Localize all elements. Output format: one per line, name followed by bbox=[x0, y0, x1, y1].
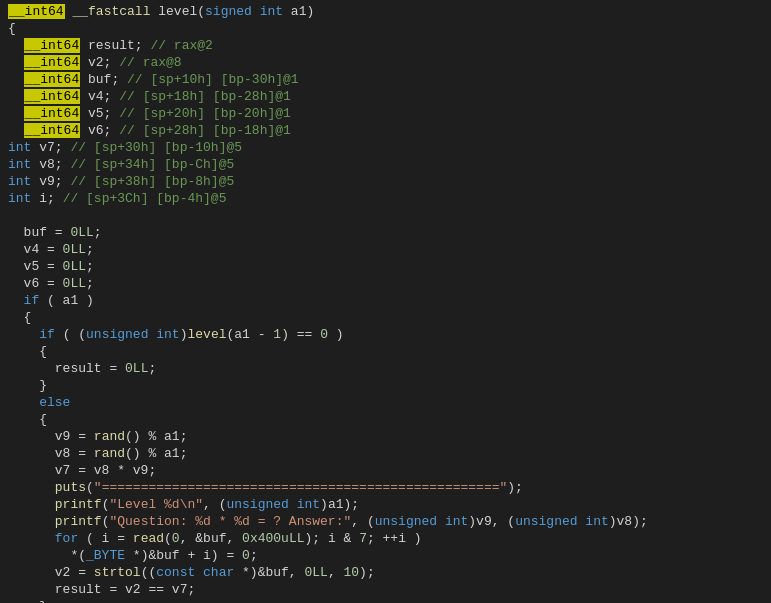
line-puts: puts("==================================… bbox=[0, 480, 771, 497]
int64-keyword: __int64 bbox=[8, 4, 65, 19]
int64-result: __int64 bbox=[24, 38, 81, 53]
line-var-v9: int v9; // [sp+38h] [bp-8h]@5 bbox=[0, 174, 771, 191]
line-brace-close4: } bbox=[0, 599, 771, 603]
line-byte-assign: *(_BYTE *)&buf + i) = 0; bbox=[0, 548, 771, 565]
line-if-unsigned: if ( (unsigned int)level(a1 - 1) == 0 ) bbox=[0, 327, 771, 344]
int64-v6: __int64 bbox=[24, 123, 81, 138]
line-brace-close3: } bbox=[0, 378, 771, 395]
line-var-buf: __int64 buf; // [sp+10h] [bp-30h]@1 bbox=[0, 72, 771, 89]
line-var-v2: __int64 v2; // rax@8 bbox=[0, 55, 771, 72]
line-else: else bbox=[0, 395, 771, 412]
int64-v5: __int64 bbox=[24, 106, 81, 121]
line-printf-level: printf("Level %d\n", (unsigned int)a1); bbox=[0, 497, 771, 514]
line-var-v8: int v8; // [sp+34h] [bp-Ch]@5 bbox=[0, 157, 771, 174]
line-v2-strtol: v2 = strtol((const char *)&buf, 0LL, 10)… bbox=[0, 565, 771, 582]
line-v6-assign: v6 = 0LL; bbox=[0, 276, 771, 293]
line-brace-open3: { bbox=[0, 344, 771, 361]
int64-buf: __int64 bbox=[24, 72, 81, 87]
line-var-i: int i; // [sp+3Ch] [bp-4h]@5 bbox=[0, 191, 771, 208]
line-blank-1 bbox=[0, 208, 771, 225]
int64-v4: __int64 bbox=[24, 89, 81, 104]
line-brace-open2: { bbox=[0, 310, 771, 327]
line-var-v6: __int64 v6; // [sp+28h] [bp-18h]@1 bbox=[0, 123, 771, 140]
int64-v2: __int64 bbox=[24, 55, 81, 70]
line-v5-assign: v5 = 0LL; bbox=[0, 259, 771, 276]
line-v4-assign: v4 = 0LL; bbox=[0, 242, 771, 259]
line-v8-rand: v8 = rand() % a1; bbox=[0, 446, 771, 463]
line-for-loop: for ( i = read(0, &buf, 0x400uLL); i & 7… bbox=[0, 531, 771, 548]
line-result-assign: result = v2 == v7; bbox=[0, 582, 771, 599]
line-result-null: result = 0LL; bbox=[0, 361, 771, 378]
line-printf-question: printf("Question: %d * %d = ? Answer:", … bbox=[0, 514, 771, 531]
line-var-v4: __int64 v4; // [sp+18h] [bp-28h]@1 bbox=[0, 89, 771, 106]
line-v9-rand: v9 = rand() % a1; bbox=[0, 429, 771, 446]
line-var-v5: __int64 v5; // [sp+20h] [bp-20h]@1 bbox=[0, 106, 771, 123]
code-editor: __int64 __fastcall level(signed int a1) … bbox=[0, 0, 771, 603]
line-v7-mul: v7 = v8 * v9; bbox=[0, 463, 771, 480]
line-brace-open4: { bbox=[0, 412, 771, 429]
line-signature: __int64 __fastcall level(signed int a1) bbox=[0, 4, 771, 21]
line-brace-open: { bbox=[0, 21, 771, 38]
line-if-a1: if ( a1 ) bbox=[0, 293, 771, 310]
line-var-v7: int v7; // [sp+30h] [bp-10h]@5 bbox=[0, 140, 771, 157]
line-buf-assign: buf = 0LL; bbox=[0, 225, 771, 242]
line-var-result: __int64 result; // rax@2 bbox=[0, 38, 771, 55]
